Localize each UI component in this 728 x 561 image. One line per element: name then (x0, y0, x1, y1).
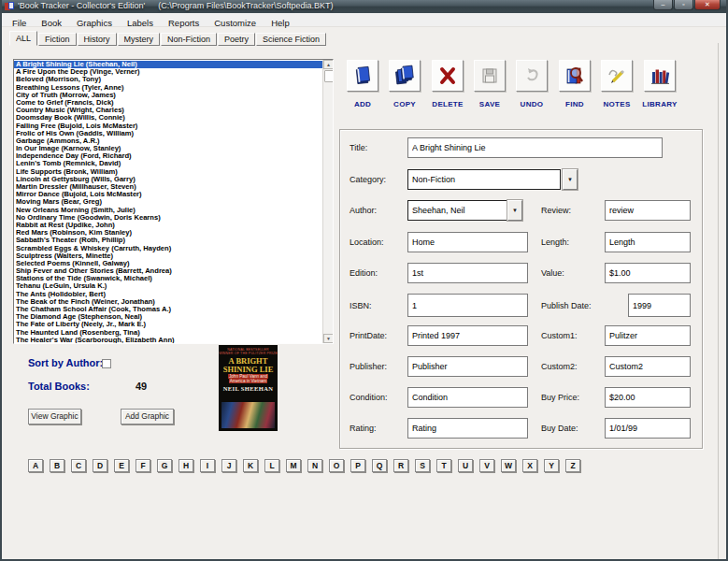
custom2-input[interactable] (605, 356, 691, 377)
menu-item[interactable]: Labels (120, 17, 161, 29)
book-list-item[interactable]: In Our Image (Karnow, Stanley) (14, 145, 322, 152)
letter-button[interactable]: J (221, 459, 236, 472)
book-list-item[interactable]: Moving Mars (Bear, Greg) (14, 198, 322, 206)
category-tab[interactable]: Science Fiction (256, 33, 326, 46)
isbn-input[interactable] (407, 294, 528, 317)
rating-input[interactable] (407, 418, 528, 439)
close-button[interactable]: ✕ (694, 0, 721, 10)
author-dropdown-button[interactable]: ▼ (507, 200, 522, 221)
value-input[interactable] (605, 263, 691, 283)
letter-button[interactable]: O (329, 459, 344, 472)
menu-item[interactable]: Book (34, 17, 69, 29)
book-list-item[interactable]: The Haunted Land (Rosenberg, Tina) (14, 329, 322, 337)
category-tab[interactable]: History (78, 33, 117, 46)
book-list-item[interactable]: Sabbath's Theater (Roth, Phillip) (14, 237, 322, 244)
book-list-item[interactable]: City of Truth (Morrow, James) (14, 92, 322, 99)
letter-button[interactable]: P (350, 459, 365, 472)
book-list-item[interactable]: Lincoln at Gettysburg (Wills, Garry) (14, 176, 322, 183)
view-graphic-button[interactable]: View Graphic (28, 409, 81, 424)
book-list-item[interactable]: Mirror Dance (Bujold, Lois McMaster) (14, 191, 322, 198)
book-list-item[interactable]: Selected Poems (Kinnell, Galway) (14, 260, 322, 267)
publisher-input[interactable] (407, 356, 528, 377)
copy-button[interactable] (389, 60, 421, 92)
book-list-item[interactable]: Doomsday Book (Willis, Connie) (14, 114, 322, 122)
letter-button[interactable]: X (522, 459, 537, 472)
book-list-item[interactable]: Rabbit at Rest (Updike, John) (14, 222, 322, 229)
letter-button[interactable]: I (200, 459, 215, 472)
book-list-item[interactable]: Falling Free (Bujold, Lois McMaster) (14, 122, 322, 130)
letter-button[interactable]: V (479, 459, 494, 472)
edition-input[interactable] (407, 263, 528, 283)
book-list-item[interactable]: Ship Fever and Other Stories (Barrett, A… (14, 267, 322, 275)
letter-button[interactable]: T (436, 459, 451, 472)
printdate-input[interactable] (407, 325, 528, 346)
book-list-item[interactable]: Lenin's Tomb (Remnick, David) (14, 160, 322, 167)
category-tab[interactable]: Mystery (118, 33, 161, 46)
category-dropdown-button[interactable]: ▼ (563, 169, 578, 190)
book-list-item[interactable]: New Orleans Morning (Smith, Julie) (14, 207, 322, 214)
book-list-item[interactable]: The Beak of the Finch (Weiner, Jonathan) (14, 298, 322, 306)
letter-button[interactable]: Z (565, 459, 580, 472)
book-list-item[interactable]: Come to Grief (Francis, Dick) (14, 99, 322, 107)
letter-button[interactable]: Y (544, 459, 559, 472)
category-tab[interactable]: Poetry (218, 33, 255, 46)
book-list-item[interactable]: Frolic of His Own (Gaddis, William) (14, 130, 322, 137)
letter-button[interactable]: S (415, 459, 430, 472)
menu-item[interactable]: Customize (207, 17, 264, 29)
scroll-up-button[interactable]: ▲ (323, 60, 334, 69)
add-graphic-button[interactable]: Add Graphic (121, 409, 174, 424)
book-list-item[interactable]: The Diamond Age (Stephenson, Neal) (14, 313, 322, 321)
buy-price-input[interactable] (605, 387, 691, 408)
menu-item[interactable]: File (5, 17, 34, 29)
letter-button[interactable]: D (93, 459, 107, 472)
menu-item[interactable]: Reports (161, 17, 207, 29)
notes-button[interactable] (601, 60, 633, 92)
book-list-item[interactable]: Red Mars (Robinson, Kim Stanley) (14, 229, 322, 237)
condition-input[interactable] (407, 387, 528, 408)
book-list-item[interactable]: Country Music (Wright, Charles) (14, 107, 322, 114)
book-list-item[interactable]: Breathing Lessons (Tyler, Anne) (14, 84, 322, 92)
publish-date-input[interactable] (628, 294, 691, 317)
book-list-item[interactable]: Tehanu (LeGuin, Ursula K.) (14, 282, 322, 290)
letter-button[interactable]: A (28, 459, 43, 472)
undo-button[interactable] (516, 60, 548, 92)
book-list-item[interactable]: Martin Dressler (Millhauser, Steven) (14, 183, 322, 191)
category-tab[interactable]: ALL (9, 31, 37, 46)
category-select[interactable]: Non-Fiction (407, 169, 561, 190)
letter-button[interactable]: K (243, 459, 258, 472)
letter-button[interactable]: L (264, 459, 279, 472)
book-list-item[interactable]: Life Supports (Bronk, William) (14, 168, 322, 176)
title-input[interactable] (407, 137, 663, 158)
scroll-thumb[interactable] (324, 70, 334, 82)
scroll-down-button[interactable]: ▼ (323, 334, 334, 343)
letter-button[interactable]: F (136, 459, 150, 472)
book-list-item[interactable]: Garbage (Ammons, A.R.) (14, 137, 322, 145)
maximize-button[interactable]: ▫ (674, 0, 693, 10)
save-button[interactable] (474, 60, 506, 92)
book-list-item[interactable]: Independence Day (Ford, Richard) (14, 152, 322, 160)
letter-button[interactable]: R (393, 459, 408, 472)
letter-button[interactable]: N (307, 459, 322, 472)
book-list-item[interactable]: Beloved (Morrison, Tony) (14, 76, 322, 83)
list-scrollbar[interactable]: ▲ ▼ (322, 60, 333, 343)
sort-by-author-checkbox[interactable] (102, 359, 111, 368)
book-list-item[interactable]: A Bright Shining Lie (Sheehan, Neil) (14, 61, 322, 68)
book-list-item[interactable]: The Healer's War (Scarborough, Elizabeth… (14, 337, 322, 344)
add-button[interactable] (347, 60, 378, 92)
book-list-item[interactable]: A Fire Upon the Deep (Vinge, Verner) (14, 68, 322, 76)
letter-button[interactable]: C (71, 459, 86, 472)
book-list-item[interactable]: Sculptress (Walters, Minette) (14, 252, 322, 260)
book-list-item[interactable]: The Fate of Liberty (Neely, Jr., Mark E.… (14, 321, 322, 328)
category-tab[interactable]: Fiction (38, 33, 77, 46)
buy-date-input[interactable] (605, 418, 691, 439)
letter-button[interactable]: W (501, 459, 516, 472)
book-list-item[interactable]: The Chatham School Affair (Cook, Thomas … (14, 306, 322, 313)
delete-button[interactable] (432, 60, 464, 92)
minimize-button[interactable]: – (653, 0, 673, 10)
menu-item[interactable]: Graphics (69, 17, 120, 29)
book-list-item[interactable]: Scrambled Eggs & Whiskey (Carruth, Hayde… (14, 245, 322, 252)
book-list-item[interactable]: Stations of the Tide (Swanwick, Michael) (14, 275, 322, 282)
book-list-item[interactable]: No Ordinary Time (Goodwin, Doris Kearns) (14, 214, 322, 222)
category-tab[interactable]: Non-Fiction (161, 33, 217, 46)
review-input[interactable] (605, 200, 691, 221)
